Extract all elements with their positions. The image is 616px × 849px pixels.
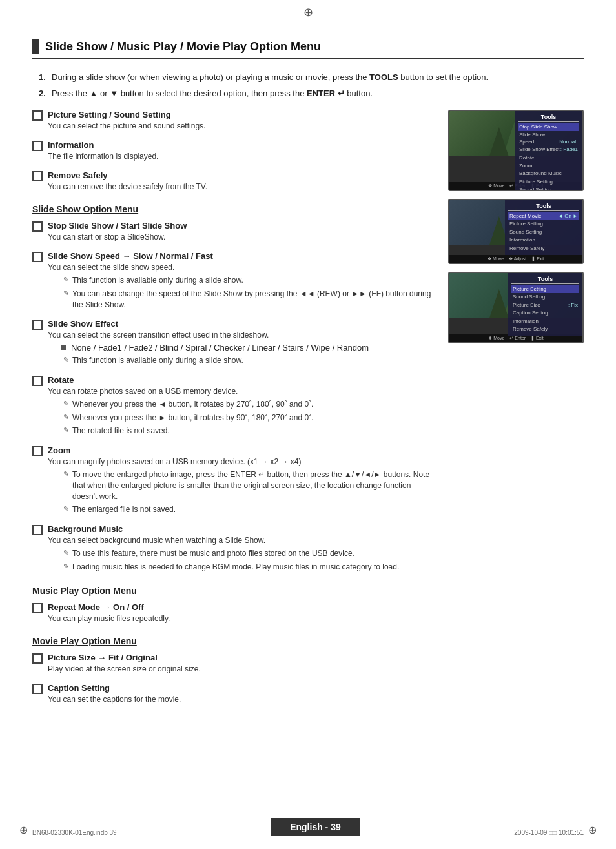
item-desc: You can play music files repeatedly.: [48, 613, 435, 624]
note-text: Whenever you press the ► button, it rota…: [72, 413, 313, 424]
menu-row: Picture Setting: [508, 220, 579, 228]
page-footer: BN68-02330K-01Eng.indb 39 English - 39 2…: [0, 818, 616, 836]
note-text: Loading music files is needed to change …: [72, 562, 399, 573]
checkbox-icon: [32, 653, 43, 664]
square-item: None / Fade1 / Fade2 / Blind / Spiral / …: [48, 343, 435, 353]
item-label: Picture Size → Fit / Original: [48, 653, 435, 662]
checkbox-icon: [32, 525, 43, 535]
checkbox-icon: [32, 252, 43, 262]
menu-row: Information: [508, 236, 579, 244]
overlay-menu-3: Tools Picture Setting Sound Setting Pict…: [508, 273, 582, 336]
checkbox-content: Background Music You can select backgrou…: [48, 524, 435, 575]
top-crosshair: ⊕: [303, 5, 313, 19]
note-item: ✎ You can also change the speed of the S…: [48, 289, 435, 311]
checkbox-content: Caption Setting You can set the captions…: [48, 683, 435, 707]
note-text: Whenever you press the ◄ button, it rota…: [72, 399, 313, 410]
item-desc: You can start or stop a SlideShow.: [48, 232, 435, 243]
item-label: Remove Safely: [48, 170, 435, 180]
note-item: ✎ To use this feature, there must be mus…: [48, 548, 435, 559]
item-label: Repeat Mode → On / Off: [48, 602, 435, 612]
item-caption-setting: Caption Setting You can set the captions…: [32, 683, 435, 707]
item-desc: You can select the picture and sound set…: [48, 121, 435, 132]
checkbox-content: Information The file information is disp…: [48, 140, 435, 164]
note-item: ✎ The enlarged file is not saved.: [48, 504, 435, 515]
section-title-bar: Slide Show / Music Play / Movie Play Opt…: [32, 39, 584, 59]
movie-play-heading: Movie Play Option Menu: [32, 636, 435, 646]
item-information: Information The file information is disp…: [32, 140, 435, 164]
note-text: The rotated file is not saved.: [72, 425, 170, 436]
checkbox-content: Stop Slide Show / Start Slide Show You c…: [48, 221, 435, 245]
item-desc: You can select the slide show speed.: [48, 262, 435, 273]
section-title: Slide Show / Music Play / Movie Play Opt…: [45, 40, 321, 54]
checkbox-content: Picture Setting / Sound Setting You can …: [48, 110, 435, 134]
square-icon: [61, 345, 66, 350]
item-label: Zoom: [48, 445, 435, 455]
item-picture-size: Picture Size → Fit / Original Play video…: [32, 653, 435, 677]
item-desc: You can rotate photos saved on a USB mem…: [48, 386, 435, 397]
main-content: Picture Setting / Sound Setting You can …: [32, 110, 584, 713]
slide-show-heading: Slide Show Option Menu: [32, 204, 435, 214]
tv-screen-3: Tools Picture Setting Sound Setting Pict…: [449, 273, 582, 334]
bar-accent: [32, 39, 39, 54]
note-text: This function is available only during a…: [72, 355, 243, 366]
footer-right: 2009-10-09 □□ 10:01:51: [514, 829, 584, 836]
item-label: Background Music: [48, 524, 435, 534]
menu-row: Zoom: [518, 162, 579, 170]
note-text: To use this feature, there must be music…: [72, 548, 354, 559]
note-text: The enlarged file is not saved.: [72, 504, 176, 515]
menu-row: Background Music: [518, 170, 579, 178]
checkbox-icon: [32, 684, 43, 694]
menu-row: Stop Slide Show: [518, 123, 579, 131]
item-desc: Play video at the screen size or origina…: [48, 664, 435, 675]
tv-mockup-1: Tools Stop Slide Show Slide Show Speed: …: [448, 110, 584, 191]
music-play-heading: Music Play Option Menu: [32, 586, 435, 596]
item-slide-show-speed: Slide Show Speed → Slow / Normal / Fast …: [32, 251, 435, 312]
menu-row: Information: [511, 318, 579, 325]
tv-screen-1: Tools Stop Slide Show Slide Show Speed: …: [449, 111, 582, 182]
item-stop-slide-show: Stop Slide Show / Start Slide Show You c…: [32, 221, 435, 245]
footer-center: English - 39: [271, 818, 360, 836]
intro-step-2: 2. Press the ▲ or ▼ button to select the…: [39, 87, 584, 100]
overlay-menu-2: Tools Repeat Movie◄ On ► Picture Setting…: [505, 200, 582, 255]
checkbox-content: Slide Show Effect You can select the scr…: [48, 319, 435, 369]
checkbox-content: Zoom You can magnify photos saved on a U…: [48, 445, 435, 518]
item-slide-show-effect: Slide Show Effect You can select the scr…: [32, 319, 435, 369]
checkbox-icon: [32, 171, 43, 181]
item-label: Rotate: [48, 375, 435, 385]
menu-row: Rotate: [518, 154, 579, 162]
menu-title-3: Tools: [511, 276, 579, 284]
crosshair-bottom-right: ⊕: [588, 824, 597, 836]
checkbox-content: Rotate You can rotate photos saved on a …: [48, 375, 435, 439]
menu-row: Sound Setting: [518, 186, 579, 191]
tv-mockup-2: Tools Repeat Movie◄ On ► Picture Setting…: [448, 199, 584, 264]
item-label: Stop Slide Show / Start Slide Show: [48, 221, 435, 230]
note-text: This function is available only during a…: [72, 275, 243, 286]
note-item: ✎ To move the enlarged photo image, pres…: [48, 469, 435, 502]
item-desc: You can set the captions for the movie.: [48, 694, 435, 705]
tv-screen-2: Tools Repeat Movie◄ On ► Picture Setting…: [449, 200, 582, 255]
item-desc: You can remove the device safely from th…: [48, 181, 435, 192]
tv-nav-2: ❖ Move ❖ Adjust ❚ Exit: [449, 255, 582, 263]
menu-row: Picture Size: Fix: [511, 302, 579, 309]
note-item: ✎ Whenever you press the ► button, it ro…: [48, 413, 435, 424]
note-item: ✎ This function is available only during…: [48, 275, 435, 286]
menu-title-1: Tools: [518, 114, 579, 122]
checkbox-content: Remove Safely You can remove the device …: [48, 170, 435, 194]
item-label: Information: [48, 140, 435, 150]
checkbox-icon: [32, 221, 43, 232]
checkbox-icon: [32, 446, 43, 456]
item-label: Caption Setting: [48, 683, 435, 693]
menu-row: Sound Setting: [511, 293, 579, 301]
item-desc: You can select the screen transition eff…: [48, 330, 435, 341]
item-rotate: Rotate You can rotate photos saved on a …: [32, 375, 435, 439]
menu-title-2: Tools: [508, 203, 579, 211]
images-column: Tools Stop Slide Show Slide Show Speed: …: [448, 110, 584, 713]
menu-row: Slide Show Speed: Normal: [518, 131, 579, 146]
note-item: ✎ This function is available only during…: [48, 355, 435, 366]
page-number: English - 39: [271, 818, 360, 836]
crosshair-bottom-left: ⊕: [19, 824, 28, 836]
overlay-menu-1: Tools Stop Slide Show Slide Show Speed: …: [515, 111, 582, 191]
page-wrapper: ⊕ Slide Show / Music Play / Movie Play O…: [0, 0, 616, 849]
checkbox-icon: [32, 603, 43, 613]
item-repeat-mode: Repeat Mode → On / Off You can play musi…: [32, 602, 435, 626]
